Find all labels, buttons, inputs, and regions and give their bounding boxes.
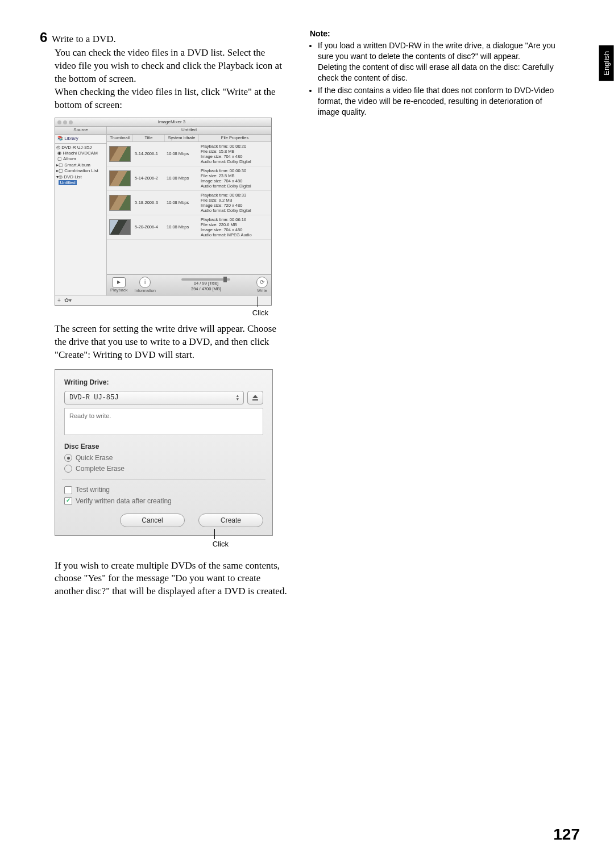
quick-erase-radio[interactable]: Quick Erase [64, 453, 263, 462]
table-row: 5-14-2006-1 10.08 Mbps Playback time: 00… [107, 142, 271, 166]
close-icon [57, 120, 61, 124]
sidebar-library-label: Library [64, 136, 78, 141]
cell-title: 5-18-2006-3 [133, 199, 165, 207]
th-file-properties: File Properties [199, 135, 271, 141]
tree-dvd-r: ◎ DVD-R UJ-85J [56, 145, 105, 151]
prop-audio: Audio format: Dolby Digital [201, 159, 269, 164]
note-1b: Deleting the content of disc will erase … [318, 62, 554, 82]
language-tab: English [599, 45, 614, 81]
step-title: Write to a DVD. [52, 34, 116, 44]
title-count: 04 / 99 [Title] [194, 281, 218, 286]
playback-label: Playback [110, 287, 127, 293]
capacity-slider: 04 / 99 [Title] 394 / 4700 [MB] [163, 278, 250, 292]
page-number: 127 [553, 824, 580, 845]
table-row: 5-20-2006-4 10.08 Mbps Playback time: 00… [107, 215, 271, 240]
prop-playback: Playback time: 00:00:33 [201, 193, 269, 198]
prop-filesize: File size: 220.6 MB [201, 222, 269, 227]
prop-imagesize: Image size: 704 x 480 [201, 154, 269, 159]
write-icon: ⟳ [256, 277, 268, 288]
svg-rect-1 [252, 399, 258, 400]
cell-properties: Playback time: 00:00:33 File size: 9.2 M… [199, 191, 271, 214]
th-title: Title [133, 135, 165, 141]
minimize-icon [63, 120, 67, 124]
th-bitrate: System bitrate [165, 135, 199, 141]
cell-properties: Playback time: 00:00:20 File size: 15.8 … [199, 143, 271, 165]
prop-imagesize: Image size: 720 x 480 [201, 203, 269, 208]
svg-marker-0 [252, 395, 258, 398]
table-header: Thumbnail Title System bitrate File Prop… [107, 135, 271, 142]
cancel-button[interactable]: Cancel [120, 514, 185, 527]
complete-erase-radio[interactable]: Complete Erase [64, 464, 263, 473]
thumbnail [109, 219, 131, 235]
disc-erase-heading: Disc Erase [64, 442, 263, 451]
tree-combo: ▸▢ Combination List [56, 168, 105, 174]
step-para-2: When checking the video files in list, c… [55, 86, 287, 112]
radio-off-icon [64, 465, 72, 473]
cell-bitrate: 10.08 Mbps [165, 199, 199, 207]
quick-erase-label: Quick Erase [76, 453, 113, 462]
writing-drive-heading: Writing Drive: [64, 378, 263, 387]
prop-playback: Playback time: 00:00:20 [201, 144, 269, 149]
prop-audio: Audio format: Dolby Digital [201, 208, 269, 213]
prop-imagesize: Image size: 704 x 480 [201, 178, 269, 183]
complete-erase-label: Complete Erase [76, 464, 125, 473]
window-title: ImageMixer 3 [74, 119, 269, 126]
cell-bitrate: 10.08 Mbps [165, 223, 199, 231]
screenshot-writing-drive-dialog: Writing Drive: DVD-R UJ-85J ▲▼ Ready to … [55, 369, 273, 536]
tree-dvd-r-label: DVD-R UJ-85J [61, 145, 92, 150]
verify-checkbox[interactable]: Verify written data after creating [64, 496, 263, 506]
note-1a: If you load a written DVD-RW in the writ… [318, 41, 555, 61]
test-writing-checkbox[interactable]: Test writing [64, 485, 263, 494]
note-list: If you load a written DVD-RW in the writ… [310, 40, 557, 118]
content-tab: Untitled [107, 127, 271, 135]
drive-select[interactable]: DVD-R UJ-85J ▲▼ [64, 391, 244, 404]
information-button[interactable]: i Information [134, 277, 156, 294]
note-item-1: If you load a written DVD-RW in the writ… [318, 40, 557, 84]
table-row-empty [107, 240, 271, 274]
window-titlebar: ImageMixer 3 [55, 118, 271, 127]
stepper-icon: ▲▼ [237, 394, 239, 401]
radio-on-icon [64, 454, 72, 462]
sidebar-source-header: Source [55, 127, 106, 135]
tree-untitled-label: Untitled [59, 180, 76, 185]
write-button[interactable]: ⟳ Write [256, 277, 268, 294]
toolbar: ▶ Playback i Information 04 / 99 [Title] [107, 274, 271, 295]
tree-smart-label: Smart Album [64, 162, 90, 168]
playback-button[interactable]: ▶ Playback [110, 277, 127, 293]
cell-bitrate: 10.08 Mbps [165, 174, 199, 182]
test-writing-label: Test writing [76, 485, 110, 494]
table-row: 5-14-2006-2 10.08 Mbps Playback time: 00… [107, 166, 271, 191]
sidebar-tree: ◎ DVD-R UJ-85J ◉ Hitachi DVDCAM ▢ Album … [55, 144, 106, 187]
verify-label: Verify written data after creating [76, 496, 172, 506]
tree-album: ▢ Album [56, 156, 105, 162]
prop-audio: Audio format: Dolby Digital [201, 183, 269, 189]
cell-title: 5-14-2006-1 [133, 150, 165, 158]
tree-dvdlist-label: DVD List [64, 174, 82, 180]
add-icon: + [57, 297, 61, 304]
prop-playback: Playback time: 00:06:16 [201, 217, 269, 222]
click-callout-1: Click [55, 308, 268, 318]
eject-icon [252, 394, 259, 401]
eject-button[interactable] [247, 391, 263, 404]
tree-album-label: Album [63, 156, 76, 161]
prop-playback: Playback time: 00:00:30 [201, 168, 269, 173]
thumbnail [109, 146, 131, 162]
information-label: Information [134, 288, 156, 294]
step-heading: 6 Write to a DVD. [40, 28, 287, 47]
prop-audio: Audio format: MPEG Audio [201, 232, 269, 237]
tree-combo-label: Combination List [64, 168, 98, 173]
checkbox-on-icon [64, 497, 72, 505]
click-callout-1-label: Click [252, 308, 268, 317]
cell-properties: Playback time: 00:06:16 File size: 220.6… [199, 216, 271, 239]
thumbnail [109, 195, 131, 211]
cell-bitrate: 10.08 Mbps [165, 150, 199, 158]
checkbox-off-icon [64, 486, 72, 494]
zoom-icon [69, 120, 73, 124]
create-button[interactable]: Create [198, 514, 263, 527]
playback-icon: ▶ [112, 277, 126, 287]
size-count: 394 / 4700 [MB] [191, 286, 221, 292]
cell-title: 5-14-2006-2 [133, 174, 165, 182]
info-icon: i [139, 277, 151, 288]
tree-smart: ▸▢ Smart Album [56, 162, 105, 168]
th-thumbnail: Thumbnail [107, 135, 133, 141]
